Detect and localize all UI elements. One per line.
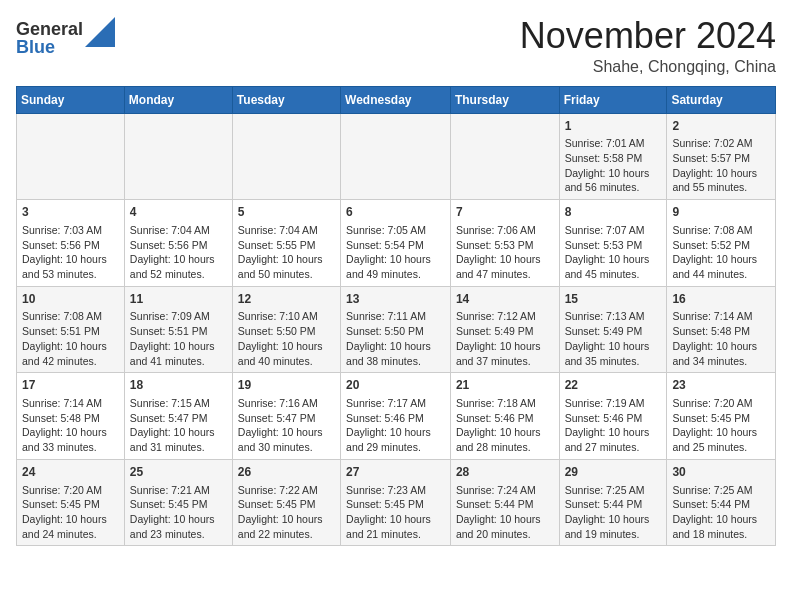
day-info: Sunrise: 7:09 AM [130,309,227,324]
day-info: Sunset: 5:45 PM [130,497,227,512]
week-row-1: 3Sunrise: 7:03 AMSunset: 5:56 PMDaylight… [17,200,776,287]
day-number: 18 [130,377,227,394]
day-info: Sunrise: 7:17 AM [346,396,445,411]
day-number: 14 [456,291,554,308]
day-info: Sunset: 5:46 PM [456,411,554,426]
day-number: 30 [672,464,770,481]
day-info: Daylight: 10 hours and 19 minutes. [565,512,662,541]
day-info: Sunrise: 7:05 AM [346,223,445,238]
day-info: Daylight: 10 hours and 47 minutes. [456,252,554,281]
calendar-cell: 28Sunrise: 7:24 AMSunset: 5:44 PMDayligh… [450,459,559,546]
calendar-cell [17,113,125,200]
calendar-cell: 21Sunrise: 7:18 AMSunset: 5:46 PMDayligh… [450,373,559,460]
day-info: Sunset: 5:46 PM [346,411,445,426]
day-info: Sunset: 5:45 PM [238,497,335,512]
day-info: Sunrise: 7:08 AM [22,309,119,324]
day-info: Daylight: 10 hours and 37 minutes. [456,339,554,368]
day-number: 23 [672,377,770,394]
day-number: 19 [238,377,335,394]
week-row-3: 17Sunrise: 7:14 AMSunset: 5:48 PMDayligh… [17,373,776,460]
day-info: Sunrise: 7:14 AM [672,309,770,324]
calendar-cell [232,113,340,200]
calendar-cell: 30Sunrise: 7:25 AMSunset: 5:44 PMDayligh… [667,459,776,546]
day-info: Sunrise: 7:20 AM [22,483,119,498]
day-number: 2 [672,118,770,135]
day-info: Sunset: 5:49 PM [565,324,662,339]
day-info: Sunrise: 7:03 AM [22,223,119,238]
weekday-header-monday: Monday [124,86,232,113]
day-info: Sunset: 5:56 PM [130,238,227,253]
day-number: 15 [565,291,662,308]
day-info: Sunrise: 7:06 AM [456,223,554,238]
logo-general: General [16,20,83,38]
day-info: Sunset: 5:55 PM [238,238,335,253]
day-info: Sunrise: 7:04 AM [238,223,335,238]
day-info: Daylight: 10 hours and 22 minutes. [238,512,335,541]
day-number: 12 [238,291,335,308]
day-number: 3 [22,204,119,221]
day-info: Sunrise: 7:24 AM [456,483,554,498]
day-info: Sunrise: 7:15 AM [130,396,227,411]
weekday-header-saturday: Saturday [667,86,776,113]
calendar-cell: 18Sunrise: 7:15 AMSunset: 5:47 PMDayligh… [124,373,232,460]
day-info: Daylight: 10 hours and 38 minutes. [346,339,445,368]
calendar-cell: 3Sunrise: 7:03 AMSunset: 5:56 PMDaylight… [17,200,125,287]
calendar-cell [450,113,559,200]
day-info: Daylight: 10 hours and 33 minutes. [22,425,119,454]
day-info: Daylight: 10 hours and 40 minutes. [238,339,335,368]
calendar-cell: 6Sunrise: 7:05 AMSunset: 5:54 PMDaylight… [341,200,451,287]
day-info: Daylight: 10 hours and 55 minutes. [672,166,770,195]
day-info: Sunset: 5:47 PM [238,411,335,426]
calendar-cell: 13Sunrise: 7:11 AMSunset: 5:50 PMDayligh… [341,286,451,373]
day-info: Sunset: 5:50 PM [346,324,445,339]
weekday-row: SundayMondayTuesdayWednesdayThursdayFrid… [17,86,776,113]
calendar-cell [341,113,451,200]
day-number: 13 [346,291,445,308]
calendar-cell: 15Sunrise: 7:13 AMSunset: 5:49 PMDayligh… [559,286,667,373]
day-info: Daylight: 10 hours and 30 minutes. [238,425,335,454]
day-info: Sunset: 5:52 PM [672,238,770,253]
day-number: 8 [565,204,662,221]
day-number: 26 [238,464,335,481]
svg-marker-0 [85,17,115,47]
day-info: Daylight: 10 hours and 23 minutes. [130,512,227,541]
week-row-0: 1Sunrise: 7:01 AMSunset: 5:58 PMDaylight… [17,113,776,200]
day-info: Sunset: 5:57 PM [672,151,770,166]
day-number: 4 [130,204,227,221]
calendar-cell: 25Sunrise: 7:21 AMSunset: 5:45 PMDayligh… [124,459,232,546]
calendar-cell: 11Sunrise: 7:09 AMSunset: 5:51 PMDayligh… [124,286,232,373]
day-info: Sunrise: 7:14 AM [22,396,119,411]
title-block: November 2024 Shahe, Chongqing, China [520,16,776,76]
day-info: Sunrise: 7:19 AM [565,396,662,411]
weekday-header-tuesday: Tuesday [232,86,340,113]
day-info: Daylight: 10 hours and 24 minutes. [22,512,119,541]
day-info: Sunset: 5:45 PM [22,497,119,512]
day-info: Daylight: 10 hours and 28 minutes. [456,425,554,454]
calendar-cell [124,113,232,200]
day-info: Daylight: 10 hours and 21 minutes. [346,512,445,541]
calendar-cell: 20Sunrise: 7:17 AMSunset: 5:46 PMDayligh… [341,373,451,460]
month-title: November 2024 [520,16,776,56]
logo-blue: Blue [16,38,83,56]
calendar-cell: 14Sunrise: 7:12 AMSunset: 5:49 PMDayligh… [450,286,559,373]
day-number: 10 [22,291,119,308]
day-info: Daylight: 10 hours and 52 minutes. [130,252,227,281]
day-number: 7 [456,204,554,221]
logo: General Blue [16,20,115,56]
day-info: Daylight: 10 hours and 53 minutes. [22,252,119,281]
day-info: Daylight: 10 hours and 45 minutes. [565,252,662,281]
day-info: Sunset: 5:50 PM [238,324,335,339]
day-info: Sunrise: 7:11 AM [346,309,445,324]
day-info: Daylight: 10 hours and 18 minutes. [672,512,770,541]
day-info: Sunrise: 7:01 AM [565,136,662,151]
calendar-header: SundayMondayTuesdayWednesdayThursdayFrid… [17,86,776,113]
day-number: 29 [565,464,662,481]
day-info: Sunset: 5:48 PM [22,411,119,426]
day-info: Sunset: 5:46 PM [565,411,662,426]
calendar-cell: 2Sunrise: 7:02 AMSunset: 5:57 PMDaylight… [667,113,776,200]
logo-text: General Blue [16,20,83,56]
day-info: Daylight: 10 hours and 25 minutes. [672,425,770,454]
subtitle: Shahe, Chongqing, China [520,58,776,76]
day-number: 21 [456,377,554,394]
day-info: Sunset: 5:45 PM [346,497,445,512]
